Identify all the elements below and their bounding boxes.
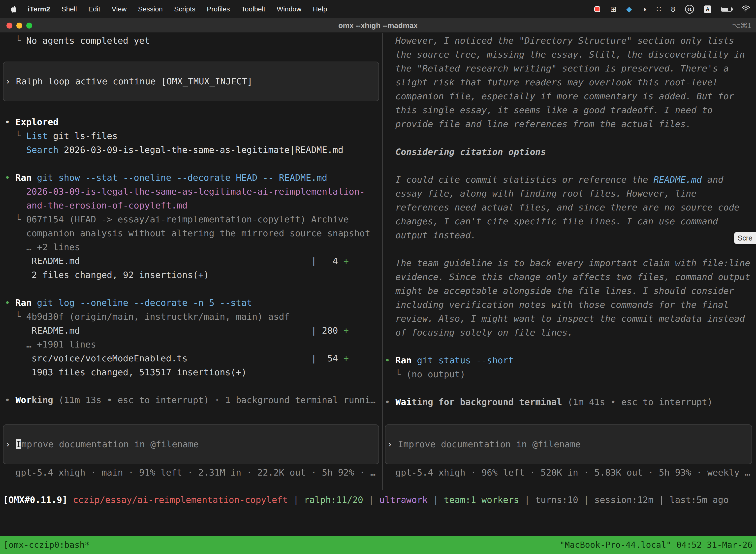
menu-item-scripts[interactable]: Scripts (174, 5, 195, 13)
battery-icon[interactable] (721, 7, 732, 12)
menu-item-session[interactable]: Session (138, 5, 163, 13)
screen-pill[interactable]: Scre (734, 232, 756, 244)
terminal-line: • Ran git log --oneline --decorate -n 5 … (0, 296, 381, 310)
terminal-line: changes, I can't cite specific file line… (384, 214, 756, 228)
text-segment: Wai (395, 397, 412, 407)
text-segment: 2 files changed, 92 insertions(+) (5, 270, 209, 280)
terminal-line: output instead. (384, 228, 756, 242)
menu-item-edit[interactable]: Edit (88, 5, 100, 13)
text-segment: ting for background terminal (412, 397, 567, 407)
grid-app-icon[interactable]: ⊞ (610, 5, 616, 13)
text-segment: output instead. (385, 230, 476, 240)
text-segment: companion file, especially if more comme… (385, 91, 734, 101)
text-segment: src/voice/voiceModeEnabled.ts | 54 (5, 353, 343, 364)
battery-gauge-icon[interactable]: 61 (685, 5, 694, 14)
terminal-line: references need actual files, and since … (384, 201, 756, 214)
disc-app-icon[interactable]: ◑ (642, 5, 646, 13)
terminal-line: the source tree, missing the essay. Stil… (384, 48, 756, 62)
tmux-status-bar: [omx-cczip0:bash* "MacBook-Pro-44.local"… (0, 536, 756, 554)
menu-item-profiles[interactable]: Profiles (207, 5, 230, 13)
menu-app-name[interactable]: iTerm2 (28, 5, 50, 13)
pane-divider[interactable] (382, 33, 383, 490)
prompt-input-right[interactable]: › Improve documentation in @filename (385, 425, 752, 464)
text-segment: of focusing solely on file lines. (385, 327, 573, 338)
terminal-line: The team guideline is to back every impo… (384, 256, 756, 270)
prompt-input-text: › Improve documentation in @filename (3, 437, 199, 451)
text-segment: Ran (15, 172, 37, 183)
text-segment: the "Related research writing" section i… (385, 63, 729, 73)
wifi-icon[interactable] (742, 5, 750, 14)
terminal-line (384, 242, 756, 256)
menubar-left: iTerm2 Shell Edit View Session Scripts P… (10, 5, 327, 13)
text-segment: 067f154 (HEAD -> essay/ai-reimplementati… (26, 214, 349, 224)
menu-item-shell[interactable]: Shell (62, 5, 77, 13)
terminal-line: 2026-03-09-is-legal-the-same-as-legitima… (0, 185, 381, 199)
text-segment: Considering citation options (385, 147, 546, 157)
text-segment: references need actual files, and since … (385, 202, 739, 213)
text-segment: slight risk that future readers may over… (385, 77, 718, 88)
terminal-line: companion analysis without altering the … (0, 226, 381, 240)
text-segment: review. Also, I might want to inspect th… (385, 314, 745, 324)
terminal-line: README.md | 4 + (0, 254, 381, 268)
terminal-line: and-the-erosion-of-copyleft.md (0, 199, 381, 213)
terminal-line: src/voice/voiceModeEnabled.ts | 54 + (0, 351, 381, 365)
figure-8-app-icon[interactable]: 8 (671, 5, 675, 13)
terminal-line: might be acceptable alongside the file l… (384, 284, 756, 298)
terminal-line: review. Also, I might want to inspect th… (384, 312, 756, 326)
text-segment: this single essay, it seems like a good … (385, 105, 712, 115)
text-segment: › (5, 76, 16, 87)
text-segment: List (26, 131, 48, 141)
macos-menubar: iTerm2 Shell Edit View Session Scripts P… (0, 0, 756, 18)
text-segment: essay file, along with finding root file… (385, 188, 696, 199)
text-segment: └ (5, 312, 26, 322)
text-segment: + (343, 325, 349, 336)
text-segment (5, 145, 26, 155)
text-segment: king (32, 395, 53, 405)
text-segment: git log --oneline --decorate -n 5 --stat (37, 297, 252, 308)
terminal-line: essay file, along with finding root file… (384, 187, 756, 201)
terminal-line: • Ran git show --stat --oneline --decora… (0, 171, 381, 185)
drop-app-icon[interactable]: ◆ (626, 5, 632, 13)
text-segment: + (343, 256, 349, 266)
menubar-status-icons: ⊞ ◆ ◑ ∷ 8 61 A (594, 5, 750, 14)
text-segment: • (385, 355, 395, 365)
ralph-inject-banner: › Ralph loop active continue [OMX_TMUX_I… (3, 62, 379, 101)
terminal-line: evidence. Since this change only affects… (384, 270, 756, 284)
text-segment: README.md (653, 174, 702, 185)
terminal-line (0, 157, 381, 171)
tmux-host-clock: "MacBook-Pro-44.local" 04:52 31-Mar-26 (560, 540, 753, 550)
text-segment: git status --short (417, 355, 514, 365)
terminal-line: … +2 lines (0, 240, 381, 254)
tmux-pane-left: └ No agents completed yet › Ralph loop a… (0, 33, 381, 490)
terminal-line: README.md | 280 + (0, 324, 381, 338)
text-segment: I could cite commit statistics or refere… (385, 174, 653, 185)
prompt-input-left[interactable]: › Improve documentation in @filename (3, 425, 379, 464)
input-source-icon[interactable]: A (704, 5, 711, 13)
menu-item-toolbelt[interactable]: Toolbelt (241, 5, 265, 13)
terminal-line (0, 282, 381, 296)
text-segment: Improve documentation in @filename (398, 439, 581, 449)
text-segment: cczip/essay/ai-reimplementation-copyleft (73, 495, 288, 505)
text-segment: gpt-5.4 xhigh · main · 91% left · 2.31M … (5, 467, 376, 478)
terminal-line: the "Related research writing" section i… (384, 62, 756, 75)
text-segment: including verification notes with those … (385, 299, 729, 310)
screen-recording-stop-icon[interactable] (594, 6, 600, 12)
tmux-pane-right: However, I noticed the "Directory Struct… (384, 33, 756, 490)
apple-logo-icon[interactable] (10, 5, 16, 13)
terminal-line (384, 381, 756, 395)
dots-grid-icon[interactable]: ∷ (656, 5, 661, 13)
text-segment: + (343, 353, 349, 364)
text-segment: • (385, 397, 395, 407)
terminal-line (0, 379, 381, 393)
text-segment: and-the-erosion-of-copyleft.md (26, 200, 188, 211)
tmux-session-window: [omx-cczip0:bash* (3, 540, 90, 550)
menu-item-help[interactable]: Help (313, 5, 327, 13)
close-window-button[interactable] (6, 22, 12, 29)
menu-item-window[interactable]: Window (277, 5, 302, 13)
zoom-window-button[interactable] (26, 22, 32, 29)
text-segment: 1903 files changed, 513517 insertions(+) (5, 367, 247, 377)
minimize-window-button[interactable] (16, 22, 22, 29)
terminal-line: I could cite commit statistics or refere… (384, 173, 756, 187)
terminal-line: … +1901 lines (0, 338, 381, 351)
menu-item-view[interactable]: View (112, 5, 126, 13)
